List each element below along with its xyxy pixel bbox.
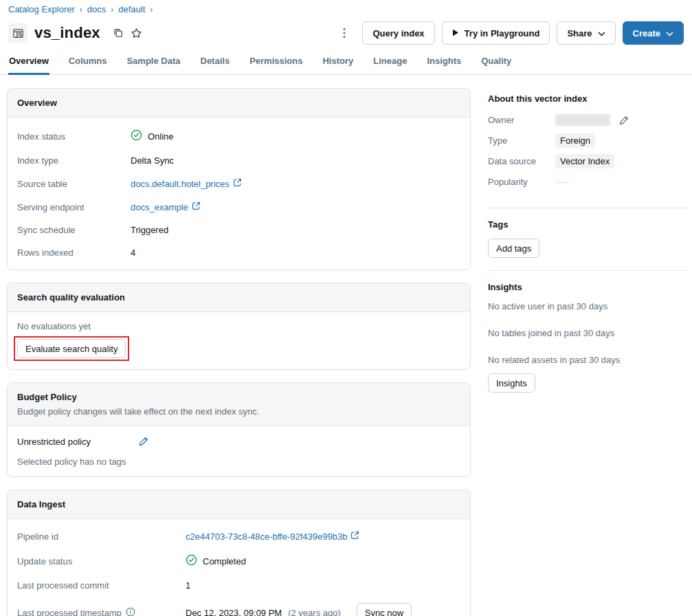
data-ingest-card: Data Ingest Pipeline id c2e44703-73c8-48… xyxy=(7,490,471,616)
vector-index-icon xyxy=(8,23,27,43)
source-table-link[interactable]: docs.default.hotel_prices xyxy=(131,178,242,189)
budget-policy-name: Unrestricted policy xyxy=(17,437,91,447)
query-index-button[interactable]: Query index xyxy=(362,21,434,45)
tab-lineage[interactable]: Lineage xyxy=(372,56,408,75)
evaluate-search-quality-button[interactable]: Evaluate search quality xyxy=(17,339,126,358)
update-status-value: Completed xyxy=(203,556,246,566)
data-ingest-card-header: Data Ingest xyxy=(8,490,470,519)
last-commit-row: Last processed commit 1 xyxy=(8,574,470,597)
details-sidebar: About this vector index Owner Type Forei… xyxy=(488,88,687,397)
last-timestamp-relative: (2 years ago) xyxy=(288,608,341,616)
tab-bar: Overview Columns Sample Data Details Per… xyxy=(0,56,692,75)
index-type-value: Delta Sync xyxy=(131,155,174,166)
try-in-playground-button[interactable]: Try in Playground xyxy=(442,21,550,45)
data-source-badge: Vector Index xyxy=(555,154,614,168)
play-icon xyxy=(452,28,459,38)
breadcrumb-separator: › xyxy=(80,5,82,14)
update-status-row: Update status Completed xyxy=(8,548,470,574)
add-tags-button[interactable]: Add tags xyxy=(488,239,539,258)
share-button[interactable]: Share xyxy=(557,21,615,45)
page-title: vs_index xyxy=(34,24,100,42)
no-evaluations-text: No evaluations yet xyxy=(17,321,460,331)
last-timestamp-value: Dec 12, 2023, 09:09 PM xyxy=(186,608,282,616)
pipeline-id-row: Pipeline id c2e44703-73c8-48ce-bffe-92f4… xyxy=(8,525,470,548)
tab-insights[interactable]: Insights xyxy=(426,56,462,75)
chevron-down-icon xyxy=(666,28,673,38)
tab-history[interactable]: History xyxy=(322,56,354,75)
annotation-highlight-box: Evaluate search quality xyxy=(14,336,129,361)
tab-sample-data[interactable]: Sample Data xyxy=(126,56,181,75)
breadcrumb-separator: › xyxy=(150,5,153,14)
chevron-down-icon xyxy=(598,28,605,38)
sync-schedule-row: Sync schedule Triggered xyxy=(8,219,470,241)
about-section: About this vector index Owner Type Forei… xyxy=(488,94,687,199)
index-type-row: Index type Delta Sync xyxy=(8,149,470,172)
index-status-row: Index status Online xyxy=(8,123,470,149)
sync-schedule-value: Triggered xyxy=(131,225,168,235)
external-link-icon xyxy=(233,178,242,189)
insights-section: Insights No active user in past 30 days … xyxy=(488,270,687,397)
title-row: vs_index xyxy=(8,21,684,45)
popularity-row: Popularity ---- xyxy=(488,175,687,189)
pipeline-id-link[interactable]: c2e44703-73c8-48ce-bffe-92f439e99b3b xyxy=(186,531,359,542)
tab-quality[interactable]: Quality xyxy=(480,56,512,75)
budget-policy-subtitle: Budget policy changes will take effect o… xyxy=(17,406,460,417)
top-bar: Catalog Explorer › docs › default › vs_i… xyxy=(0,0,692,45)
edit-owner-pencil-icon[interactable] xyxy=(618,115,629,126)
insight-no-related-assets: No related assets in past 30 days xyxy=(488,355,687,365)
overview-card: Overview Index status Online Ind xyxy=(7,88,471,270)
tab-details[interactable]: Details xyxy=(200,56,231,75)
breadcrumb: Catalog Explorer › docs › default › xyxy=(8,4,684,14)
about-section-title: About this vector index xyxy=(488,94,687,104)
popularity-value: ---- xyxy=(555,177,570,187)
owner-row: Owner xyxy=(488,113,687,127)
check-circle-icon xyxy=(186,554,197,568)
budget-policy-card-header: Budget Policy Budget policy changes will… xyxy=(8,383,470,426)
check-circle-icon xyxy=(131,129,142,143)
owner-redacted-value xyxy=(555,114,610,126)
tags-section-title: Tags xyxy=(488,219,687,230)
external-link-icon xyxy=(350,531,359,542)
favorite-star-icon[interactable] xyxy=(131,28,142,39)
data-source-row: Data source Vector Index xyxy=(488,154,687,168)
policy-tags-text: Selected policy has no tags xyxy=(17,456,460,467)
tab-permissions[interactable]: Permissions xyxy=(249,56,303,75)
breadcrumb-docs[interactable]: docs xyxy=(87,4,106,14)
sync-now-button[interactable]: Sync now xyxy=(357,603,412,616)
search-quality-card: Search quality evaluation No evaluations… xyxy=(7,283,471,370)
breadcrumb-catalog-explorer[interactable]: Catalog Explorer xyxy=(8,4,75,14)
kebab-menu-icon[interactable] xyxy=(337,25,351,41)
rows-indexed-row: Rows indexed 4 xyxy=(8,241,470,264)
edit-policy-pencil-icon[interactable] xyxy=(138,436,149,447)
overview-card-header: Overview xyxy=(8,89,470,118)
budget-policy-card: Budget Policy Budget policy changes will… xyxy=(7,382,471,477)
tags-section: Tags Add tags xyxy=(488,208,687,262)
last-commit-value: 1 xyxy=(186,580,190,591)
breadcrumb-separator: › xyxy=(111,5,113,14)
breadcrumb-default[interactable]: default xyxy=(118,4,145,14)
tab-columns[interactable]: Columns xyxy=(68,56,108,75)
serving-endpoint-row: Serving endpoint docs_example xyxy=(8,195,470,219)
rows-indexed-value: 4 xyxy=(131,248,135,258)
serving-endpoint-link[interactable]: docs_example xyxy=(131,201,201,212)
source-table-row: Source table docs.default.hotel_prices xyxy=(8,172,470,195)
insight-no-active-user: No active user in past 30 days xyxy=(488,301,687,311)
main-column: Overview Index status Online Ind xyxy=(7,88,471,616)
type-row: Type Foreign xyxy=(488,133,687,148)
insights-section-title: Insights xyxy=(488,282,687,292)
tab-overview[interactable]: Overview xyxy=(8,56,49,75)
type-badge: Foreign xyxy=(555,133,595,148)
last-timestamp-row: Last processed timestamp Dec 12, 2023, 0… xyxy=(8,597,470,616)
external-link-icon xyxy=(192,201,201,212)
info-icon[interactable] xyxy=(126,607,135,616)
copy-icon[interactable] xyxy=(113,28,124,38)
search-quality-card-header: Search quality evaluation xyxy=(8,283,470,312)
title-actions: Query index Try in Playground Share Crea… xyxy=(337,21,684,45)
create-button[interactable]: Create xyxy=(623,21,684,45)
index-status-value: Online xyxy=(148,131,174,142)
insight-no-tables-joined: No tables joined in past 30 days xyxy=(488,328,687,338)
insights-button[interactable]: Insights xyxy=(488,373,535,393)
